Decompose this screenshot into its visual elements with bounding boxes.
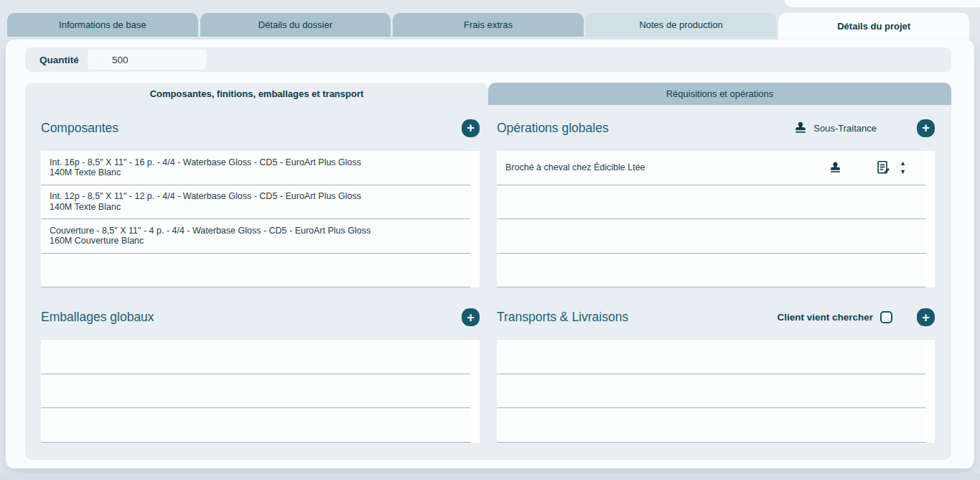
stamp-icon (793, 121, 808, 135)
bottom-strip (0, 473, 980, 480)
edit-note-icon[interactable] (875, 160, 891, 175)
add-emballage-button[interactable]: + (462, 308, 480, 326)
main-tabbar: Informations de base Détails du dossier … (7, 13, 969, 40)
empty-row (41, 408, 470, 443)
component-item[interactable]: Int. 12p - 8,5" X 11" - 12 p. - 4/4 - Wa… (41, 185, 470, 220)
tab-frais-extras[interactable]: Frais extras (393, 13, 584, 37)
empty-row (497, 374, 925, 409)
tab-informations-de-base[interactable]: Informations de base (7, 13, 198, 37)
move-up-icon[interactable]: ▲ (900, 160, 906, 167)
composantes-list: Int. 16p - 8,5" X 11" - 16 p. - 4/4 - Wa… (41, 151, 480, 287)
empty-row (497, 185, 925, 220)
subtab-requisitions-operations[interactable]: Réquisitions et opérations (488, 83, 951, 105)
sub-tabbar: Composantes, finitions, emballages et tr… (25, 83, 951, 105)
component-item[interactable]: Couverture - 8,5" X 11" - 4 p. - 4/4 - W… (41, 219, 470, 254)
operations-list: Broché à cheval chez Édicible Ltée ▲ ▼ (497, 151, 935, 287)
empty-row (497, 408, 925, 443)
quantity-label: Quantité (39, 55, 79, 65)
operations-header: Opérations globales Sous-Traitance + (497, 105, 935, 151)
content-panel: Composantes + Opérations globales Sous-T… (25, 105, 951, 460)
move-down-icon[interactable]: ▼ (900, 169, 906, 175)
operation-item[interactable]: Broché à cheval chez Édicible Ltée ▲ ▼ (497, 151, 925, 185)
composantes-title: Composantes (41, 121, 462, 136)
quantity-input[interactable]: 500 (88, 50, 207, 70)
empty-row (497, 254, 925, 288)
tab-notes-de-production[interactable]: Notes de production (586, 13, 777, 37)
top-right-sliver (784, 0, 980, 7)
add-composante-button[interactable]: + (462, 119, 480, 137)
pickup-checkbox[interactable] (880, 311, 892, 323)
subcontract-label: Sous-Traitance (813, 123, 877, 134)
emballages-title: Emballages globaux (41, 310, 462, 325)
empty-row (41, 340, 470, 374)
tab-details-du-projet[interactable]: Détails du projet (778, 13, 969, 40)
emballages-list (41, 340, 480, 443)
add-operation-button[interactable]: + (917, 119, 935, 137)
operations-title: Opérations globales (497, 121, 793, 136)
transports-header: Transports & Livraisons Client vient che… (497, 287, 935, 340)
subtab-composantes-finitions[interactable]: Composantes, finitions, emballages et tr… (25, 83, 488, 105)
stamp-icon (829, 161, 842, 175)
project-details-card: Quantité 500 Composantes, finitions, emb… (6, 40, 974, 469)
add-transport-button[interactable]: + (917, 308, 935, 326)
pickup-group: Client vient chercher (777, 311, 892, 323)
subcontract-legend: Sous-Traitance (793, 121, 877, 135)
component-item[interactable]: Int. 16p - 8,5" X 11" - 16 p. - 4/4 - Wa… (41, 151, 470, 185)
empty-row (41, 374, 470, 409)
tab-details-du-dossier[interactable]: Détails du dossier (200, 13, 391, 37)
transports-title: Transports & Livraisons (497, 310, 777, 325)
empty-row (497, 219, 925, 254)
reorder-arrows: ▲ ▼ (900, 160, 906, 175)
pickup-label: Client vient chercher (777, 312, 873, 323)
emballages-header: Emballages globaux + (41, 287, 480, 340)
empty-row (497, 340, 925, 374)
transports-list (497, 340, 935, 443)
quantity-bar: Quantité 500 (25, 47, 951, 72)
composantes-header: Composantes + (41, 105, 480, 151)
empty-row (41, 254, 470, 288)
